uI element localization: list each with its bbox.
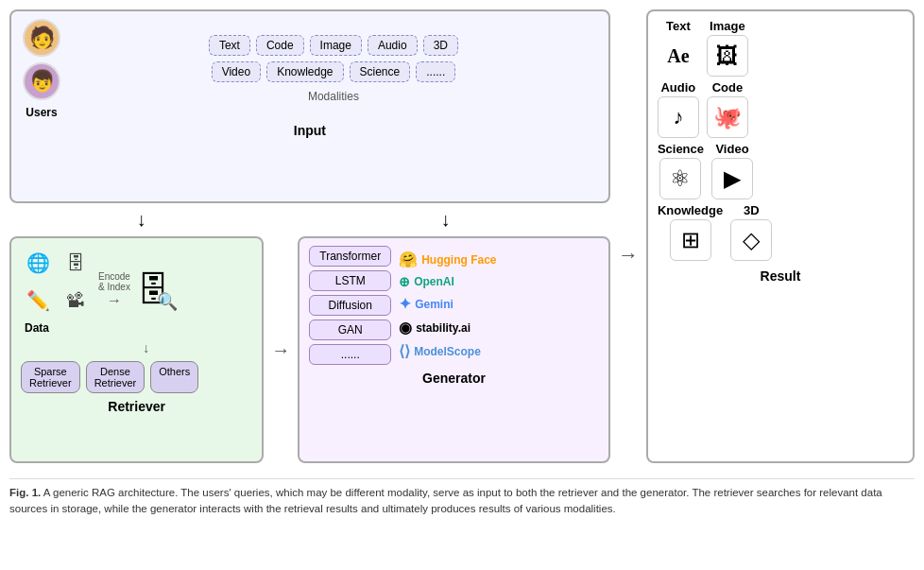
arrow-right-encode: →	[107, 292, 122, 309]
result-code-icon: 🐙	[707, 96, 748, 138]
model-list: Transformer LSTM Diffusion GAN ......	[309, 246, 391, 365]
modelscope-icon: ⟨⟩	[399, 342, 410, 360]
result-row-audio-code: Audio ♪ Code 🐙	[658, 80, 903, 138]
result-row-science-video: Science ⚛ Video ▶	[658, 142, 903, 199]
generator-inner: Transformer LSTM Diffusion GAN ...... 🤗 …	[309, 246, 599, 365]
bottom-boxes-row: 🌐 🗄 ✏️ 📽 Data Encode& Index →	[9, 236, 610, 463]
arrow-down-chips: ↓	[40, 340, 252, 355]
avatar-2: 👦	[23, 62, 60, 100]
sparse-retriever-chip: SparseRetriever	[21, 361, 80, 393]
provider-huggingface: 🤗 Hugging Face	[399, 250, 496, 268]
result-text-icon: Ae	[658, 35, 699, 77]
provider-gemini: ✦ Gemini	[399, 295, 496, 313]
result-3d-label: 3D	[744, 203, 760, 217]
result-video-icon: ▶	[711, 158, 753, 199]
result-science-label: Science	[658, 142, 704, 156]
result-science-icon: ⚛	[659, 158, 701, 199]
dense-retriever-chip: DenseRetriever	[86, 361, 145, 393]
modalities-grid: Text Code Image Audio 3D Video Knowledge…	[70, 35, 597, 103]
data-label: Data	[25, 321, 93, 335]
provider-stability: ◉ stability.ai	[399, 319, 496, 337]
result-grid: Text Ae Image 🖼 Audio ♪ Code	[658, 19, 903, 261]
stability-label: stability.ai	[416, 321, 471, 335]
chip-audio: Audio	[368, 35, 418, 56]
result-audio-item: Audio ♪	[658, 80, 699, 138]
encode-label: Encode& Index	[98, 271, 130, 292]
openai-label: OpenAI	[414, 275, 454, 288]
avatar-1: 🧑	[23, 19, 60, 57]
result-knowledge-label: Knowledge	[658, 203, 723, 217]
users-column: 🧑 👦 Users	[23, 19, 60, 119]
result-video-item: Video ▶	[711, 142, 753, 199]
diffusion-chip: Diffusion	[309, 295, 391, 316]
generator-title: Generator	[309, 371, 599, 386]
hf-label: Hugging Face	[421, 253, 496, 267]
chip-video: Video	[212, 61, 261, 82]
result-text-item: Text Ae	[658, 19, 699, 77]
chip-3d: 3D	[423, 35, 458, 56]
chip-knowledge: Knowledge	[266, 61, 343, 82]
retriever-title: Retriever	[21, 399, 252, 414]
arrows-row: ↓ ↓	[9, 209, 610, 231]
result-3d-item: 3D ◇	[730, 203, 772, 261]
modalities-row-1: Text Code Image Audio 3D	[70, 35, 597, 56]
film-icon: 📽	[59, 284, 93, 318]
result-row-knowledge-3d: Knowledge ⊞ 3D ◇	[658, 203, 903, 261]
result-code-item: Code 🐙	[707, 80, 748, 138]
openai-icon: ⊕	[399, 274, 410, 289]
chip-science: Science	[350, 61, 411, 82]
left-section: 🧑 👦 Users Text Code Image Audio 3D	[9, 9, 610, 463]
retriever-box: 🌐 🗄 ✏️ 📽 Data Encode& Index →	[9, 236, 264, 463]
result-image-item: Image 🖼	[707, 19, 748, 77]
retriever-chips: SparseRetriever DenseRetriever Others	[21, 361, 252, 393]
stability-icon: ◉	[399, 319, 412, 337]
caption-label: Fig. 1.	[9, 487, 41, 498]
modalities-label: Modalities	[70, 90, 597, 103]
arrow-down-retriever: ↓	[9, 209, 273, 231]
full-layout: 🧑 👦 Users Text Code Image Audio 3D	[9, 9, 915, 463]
magnify-icon: 🔍	[157, 291, 178, 312]
result-row-text-image: Text Ae Image 🖼	[658, 19, 903, 77]
modalities-row-2: Video Knowledge Science ......	[70, 61, 597, 82]
provider-list: 🤗 Hugging Face ⊕ OpenAI ✦ Gemini	[399, 246, 496, 365]
result-title: Result	[658, 268, 903, 284]
result-image-label: Image	[710, 19, 745, 33]
retriever-flow: 🌐 🗄 ✏️ 📽 Data Encode& Index →	[21, 246, 252, 335]
chip-image: Image	[310, 35, 362, 56]
arrow-down-generator: ↓	[281, 209, 610, 231]
result-knowledge-item: Knowledge ⊞	[658, 203, 723, 261]
db-storage-icon: 🗄 🔍	[136, 270, 170, 310]
encode-arrow: Encode& Index →	[98, 271, 130, 309]
provider-openai: ⊕ OpenAI	[399, 274, 496, 289]
result-box: Text Ae Image 🖼 Audio ♪ Code	[646, 9, 915, 463]
result-image-icon: 🖼	[707, 35, 748, 77]
gemini-label: Gemini	[415, 298, 453, 311]
chip-text: Text	[209, 35, 250, 56]
input-title: Input	[23, 123, 597, 138]
chip-code: Code	[256, 35, 304, 56]
modelscope-label: ModelScope	[414, 345, 481, 358]
arrow-right-gen: →	[271, 236, 290, 463]
users-label: Users	[26, 106, 57, 119]
others-chip: Others	[150, 361, 198, 393]
result-video-label: Video	[715, 142, 748, 156]
result-code-label: Code	[712, 80, 744, 95]
result-audio-label: Audio	[660, 80, 695, 95]
input-inner: 🧑 👦 Users Text Code Image Audio 3D	[23, 19, 597, 119]
database-icon: 🗄	[59, 246, 93, 280]
input-box: 🧑 👦 Users Text Code Image Audio 3D	[9, 9, 610, 203]
result-audio-icon: ♪	[658, 96, 699, 138]
caption-text: A generic RAG architecture. The users' q…	[9, 487, 882, 514]
hf-icon: 🤗	[399, 250, 418, 268]
result-3d-icon: ◇	[730, 219, 772, 261]
ellipsis-chip: ......	[309, 344, 391, 365]
chip-ellipsis: ......	[416, 61, 455, 82]
transformer-chip: Transformer	[309, 246, 391, 267]
edit-icon: ✏️	[21, 284, 55, 318]
gan-chip: GAN	[309, 320, 391, 340]
caption: Fig. 1. A generic RAG architecture. The …	[9, 478, 915, 518]
lstm-chip: LSTM	[309, 270, 391, 291]
result-text-label: Text	[666, 19, 691, 33]
main-container: 🧑 👦 Users Text Code Image Audio 3D	[9, 9, 915, 518]
result-knowledge-icon: ⊞	[670, 219, 711, 261]
